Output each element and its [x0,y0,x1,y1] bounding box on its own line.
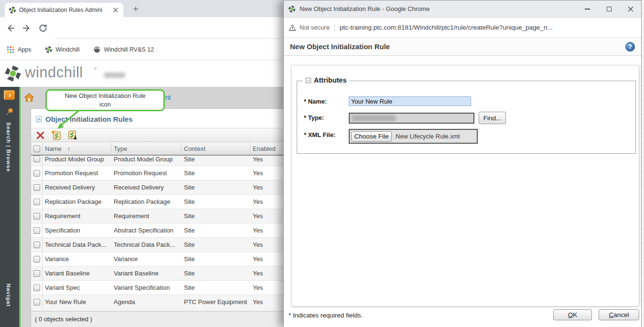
table-row[interactable]: Requirement Requirement Site Yes [31,209,284,223]
dialog-address-bar[interactable]: Not secure ptc-training.ptc.com:8181/Win… [284,18,641,38]
checkbox-icon [33,184,40,191]
tab-strip: Object Initialization Rules Admini + [0,0,283,17]
column-header-context[interactable]: Context [182,143,250,155]
cell-context: Site [182,270,250,277]
search-pin-icon[interactable] [4,107,14,116]
cell-context: Site [182,241,250,248]
row-checkbox[interactable] [31,223,43,237]
find-button[interactable]: Find... [479,112,506,124]
cell-name: Received Delivery [43,184,111,191]
collapse-minus-icon[interactable]: − [306,78,311,83]
rules-panel: − Object Initialization Rules [31,108,283,327]
dialog-page-header: New Object Initialization Rule ? [284,38,641,56]
table-row[interactable]: Specification Abstract Specification Sit… [31,223,284,238]
ok-button[interactable]: OK [553,309,592,320]
windchill-app-area: › Search | Browse Navigat nt − Object In… [0,87,283,327]
cell-name: Variant Baseline [43,270,111,277]
select-all-checkbox[interactable] [31,143,43,155]
table-row[interactable]: Variant Baseline Variant Baseline Site Y… [31,266,284,281]
checkbox-icon [33,170,40,177]
row-checkbox[interactable] [31,209,43,223]
row-checkbox[interactable] [31,156,43,166]
windchill-brand-bar: windchill [0,61,283,87]
table-row[interactable]: Variant Spec Variant Specification Site … [31,281,284,295]
checkbox-icon [33,242,40,248]
row-checkbox[interactable] [31,195,43,209]
attributes-legend-text: Attributes [314,76,346,84]
bookmarks-bar: Apps Windchill Windchill RV&S 12 [0,39,283,60]
row-checkbox[interactable] [31,281,43,295]
cell-name: Variance [43,255,111,263]
table-row[interactable]: Variance Variance Site Yes [31,252,284,266]
nav-expand-icon[interactable]: › [4,90,15,100]
delete-rule-button[interactable] [35,130,45,140]
new-tab-button[interactable]: + [130,3,141,15]
cell-enabled: Yes [250,169,284,177]
globe-icon [93,46,101,53]
cell-context: Site [182,212,250,220]
minimize-button[interactable] [577,0,598,17]
dialog-title-bar: New Object Initialization Rule - Google … [284,0,641,18]
table-row[interactable]: Promotion Request Promotion Request Site… [31,166,284,180]
screenshot-root: Object Initialization Rules Admini + Not… [0,0,644,327]
attributes-fieldset: − Attributes * Name: * Type: Find... * X… [297,81,636,154]
bookmark-windchill[interactable]: Windchill [45,46,80,53]
table-row[interactable]: Received Delivery Received Delivery Site… [31,180,284,195]
cell-name: Product Model Group [43,156,111,163]
help-icon[interactable]: ? [625,42,635,52]
row-checkbox[interactable] [31,266,43,280]
back-icon[interactable] [6,23,15,33]
column-header-type[interactable]: Type [111,143,182,155]
xml-file-field: Choose File New Lifecycle Rule.xml [349,129,478,144]
column-header-enabled[interactable]: Enabled [250,143,284,155]
row-checkbox[interactable] [31,238,43,252]
column-header-name[interactable]: Name↑ [43,143,111,155]
table-row[interactable]: Technical Data Pack... Technical Data Pa… [31,238,284,252]
reload-icon[interactable] [38,23,48,33]
annotation-arrow-icon [52,109,85,133]
cell-enabled: Yes [250,298,284,306]
tab-close-icon[interactable] [112,6,119,14]
name-label: * Name: [304,98,327,105]
cell-name: Your New Rule [43,298,111,306]
checkbox-icon [33,270,40,277]
sidebar-item-navigator[interactable]: Navigat [6,284,11,327]
cell-type: Variance [111,255,182,263]
breadcrumb-fragment[interactable]: nt [165,94,171,101]
browser-tab[interactable]: Object Initialization Rules Admini [5,3,123,17]
cell-context: Site [182,227,250,234]
bookmark-windchill-rvs[interactable]: Windchill RV&S 12 [93,46,154,53]
attributes-legend: − Attributes [303,76,349,84]
row-checkbox[interactable] [31,180,43,194]
checkbox-icon [33,227,40,234]
cell-enabled: Yes [250,255,284,263]
cancel-button[interactable]: Cancel [599,309,639,320]
cell-context: Site [182,184,250,191]
close-button[interactable] [620,0,641,17]
windchill-logo-icon [4,65,21,82]
row-checkbox[interactable] [31,166,43,180]
forward-icon[interactable] [22,23,32,33]
cell-enabled: Yes [250,241,284,248]
row-checkbox[interactable] [31,295,43,309]
choose-file-button[interactable]: Choose File [351,131,392,142]
trademark-ring [94,67,97,70]
sidebar-item-search-browse[interactable]: Search | Browse [6,122,11,172]
checkbox-icon [33,299,40,306]
bookmark-apps[interactable]: Apps [7,46,32,53]
table-row[interactable]: Product Model Group Product Model Group … [31,156,284,166]
form-panel: − Attributes * Name: * Type: Find... * X… [291,65,639,306]
collapse-minus-icon[interactable]: − [36,116,42,122]
home-icon[interactable] [24,92,34,103]
cell-name: Requirement [43,212,111,220]
cell-enabled: Yes [250,227,284,234]
row-checkbox[interactable] [31,252,43,266]
table-row[interactable]: Replication Package Replication Package … [31,195,284,209]
checkbox-icon [33,146,40,152]
bookmark-label: Apps [18,46,32,53]
name-input[interactable] [349,96,471,106]
table-row[interactable]: Your New Rule Agenda PTC Power Equipment… [31,295,284,309]
security-label: Not secure [300,24,330,31]
maximize-button[interactable] [598,0,620,17]
navigator-sidebar: › Search | Browse Navigat [0,87,19,327]
